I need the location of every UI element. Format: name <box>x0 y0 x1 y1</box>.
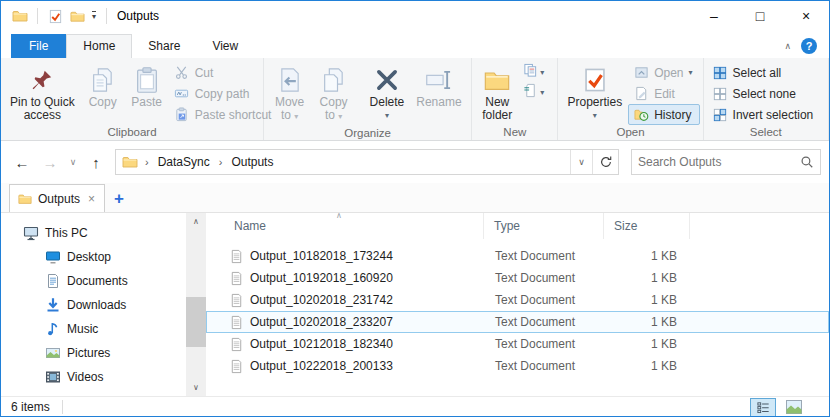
new-folder-button[interactable]: New folder <box>475 60 519 125</box>
status-divider <box>62 400 63 414</box>
column-header-name[interactable]: ∧ Name <box>206 213 484 239</box>
ribbon: Pin to Quick access Copy Paste Cut <box>1 58 829 141</box>
table-row[interactable]: Output_10222018_200133 Text Document 1 K… <box>206 355 829 377</box>
copy-path-icon <box>174 86 190 102</box>
address-dropdown-icon[interactable]: ∨ <box>570 150 592 174</box>
table-row-selected[interactable]: Output_10202018_233207 Text Document 1 K… <box>206 311 829 333</box>
edit-button[interactable]: Edit <box>628 83 699 104</box>
copy-path-button[interactable]: Copy path <box>169 83 279 104</box>
search-input[interactable] <box>638 155 800 169</box>
sort-ascending-icon: ∧ <box>336 211 342 220</box>
downloads-icon <box>45 297 61 313</box>
scrollbar-track[interactable] <box>186 230 206 379</box>
text-document-icon <box>228 270 244 286</box>
table-row[interactable]: Output_10212018_182340 Text Document 1 K… <box>206 333 829 355</box>
maximize-button[interactable]: □ <box>737 1 783 31</box>
sidebar-item-desktop[interactable]: Desktop <box>1 245 186 269</box>
navigation-bar: ← → ∨ ↑ › DataSync › Outputs ∨ <box>1 141 829 183</box>
refresh-button[interactable] <box>592 150 618 174</box>
titlebar[interactable]: ▾ Outputs – □ × <box>1 1 829 31</box>
ribbon-minimize-icon[interactable]: ∧ <box>784 41 791 51</box>
tab-file[interactable]: File <box>11 34 66 58</box>
chevron-down-icon: ▾ <box>540 68 544 77</box>
scroll-up-icon[interactable]: ∧ <box>186 213 206 230</box>
recent-locations-chevron-icon[interactable]: ∨ <box>65 149 81 175</box>
breadcrumb-outputs[interactable]: Outputs <box>229 153 275 171</box>
up-button[interactable]: ↑ <box>83 149 109 175</box>
tab-share[interactable]: Share <box>132 35 196 58</box>
sidebar-item-music[interactable]: Music <box>1 317 186 341</box>
column-header-type[interactable]: Type <box>484 213 604 239</box>
invert-selection-icon <box>712 107 728 123</box>
sidebar-scrollbar[interactable]: ∧ ∨ <box>186 213 206 396</box>
ribbon-group-open: Properties ▾ Open ▾ Edit Histo <box>558 58 703 140</box>
table-row[interactable]: Output_10192018_160920 Text Document 1 K… <box>206 267 829 289</box>
qat-properties-icon[interactable] <box>46 7 64 25</box>
breadcrumb-separator: › <box>214 156 228 168</box>
move-to-button[interactable]: Move to ▾ <box>268 60 312 126</box>
new-item-button[interactable]: ▾ <box>519 62 548 82</box>
delete-button[interactable]: Delete ▾ <box>364 60 411 125</box>
sidebar-item-documents[interactable]: Documents <box>1 269 186 293</box>
address-folder-icon <box>122 154 138 170</box>
minimize-button[interactable]: – <box>691 1 737 31</box>
search-box[interactable] <box>631 149 821 175</box>
rename-button[interactable]: Rename <box>410 60 467 112</box>
pin-to-quick-access-button[interactable]: Pin to Quick access <box>4 60 81 125</box>
history-button[interactable]: History <box>628 104 699 125</box>
group-label-select: Select <box>707 125 825 140</box>
paste-button[interactable]: Paste <box>125 60 169 112</box>
select-none-button[interactable]: Select none <box>707 83 821 104</box>
tab-close-icon[interactable]: × <box>88 192 95 206</box>
group-label-new: New <box>475 125 554 140</box>
address-bar[interactable]: › DataSync › Outputs ∨ <box>115 149 619 175</box>
thumbnail-view-icon <box>786 400 802 414</box>
breadcrumb-separator: › <box>140 156 154 168</box>
table-row[interactable]: Output_10202018_231742 Text Document 1 K… <box>206 289 829 311</box>
table-row[interactable]: Output_10182018_173244 Text Document 1 K… <box>206 245 829 267</box>
close-button[interactable]: × <box>783 1 829 31</box>
tab-home[interactable]: Home <box>66 34 132 58</box>
new-tab-button[interactable]: + <box>105 186 133 212</box>
this-pc-icon <box>23 225 39 241</box>
ribbon-group-organize: Move to ▾ Copy to ▾ Delete ▾ Rename <box>264 58 472 140</box>
paste-shortcut-button[interactable]: Paste shortcut <box>169 104 279 125</box>
chevron-down-icon: ▾ <box>593 109 597 122</box>
invert-selection-button[interactable]: Invert selection <box>707 104 821 125</box>
easy-access-button[interactable]: ▾ <box>519 82 548 102</box>
select-all-button[interactable]: Select all <box>707 62 821 83</box>
details-view-button[interactable] <box>750 398 776 417</box>
music-icon <box>45 321 61 337</box>
scrollbar-thumb[interactable] <box>186 297 206 347</box>
help-icon[interactable]: ? <box>801 38 817 54</box>
sidebar-item-videos[interactable]: Videos <box>1 365 186 389</box>
copy-button[interactable]: Copy <box>81 60 125 112</box>
copy-to-button[interactable]: Copy to ▾ <box>312 60 356 126</box>
cut-button[interactable]: Cut <box>169 62 279 83</box>
tab-outputs[interactable]: Outputs × <box>9 184 105 212</box>
chevron-down-icon: ▾ <box>294 112 298 121</box>
ribbon-group-new: New folder ▾ ▾ New <box>472 58 558 140</box>
qat-customize-dropdown-icon[interactable]: ▾ <box>92 11 96 21</box>
videos-icon <box>45 369 61 385</box>
sidebar-item-downloads[interactable]: Downloads <box>1 293 186 317</box>
column-header-size[interactable]: Size <box>604 213 690 239</box>
tab-folder-icon <box>18 192 32 206</box>
large-icons-view-button[interactable] <box>781 398 807 417</box>
details-view-icon <box>756 400 771 415</box>
documents-icon <box>45 273 61 289</box>
text-document-icon <box>228 314 244 330</box>
sidebar-item-this-pc[interactable]: This PC <box>1 221 186 245</box>
edit-icon <box>633 86 649 102</box>
tab-view[interactable]: View <box>196 35 254 58</box>
properties-button[interactable]: Properties ▾ <box>561 60 628 125</box>
open-button[interactable]: Open ▾ <box>628 62 699 83</box>
forward-button[interactable]: → <box>37 149 63 175</box>
scroll-down-icon[interactable]: ∨ <box>186 379 206 396</box>
sidebar-item-pictures[interactable]: Pictures <box>1 341 186 365</box>
breadcrumb-datasync[interactable]: DataSync <box>156 153 212 171</box>
chevron-down-icon: ▾ <box>540 88 544 97</box>
qat-new-folder-icon[interactable] <box>68 7 86 25</box>
group-label-open: Open <box>561 125 699 140</box>
back-button[interactable]: ← <box>9 149 35 175</box>
